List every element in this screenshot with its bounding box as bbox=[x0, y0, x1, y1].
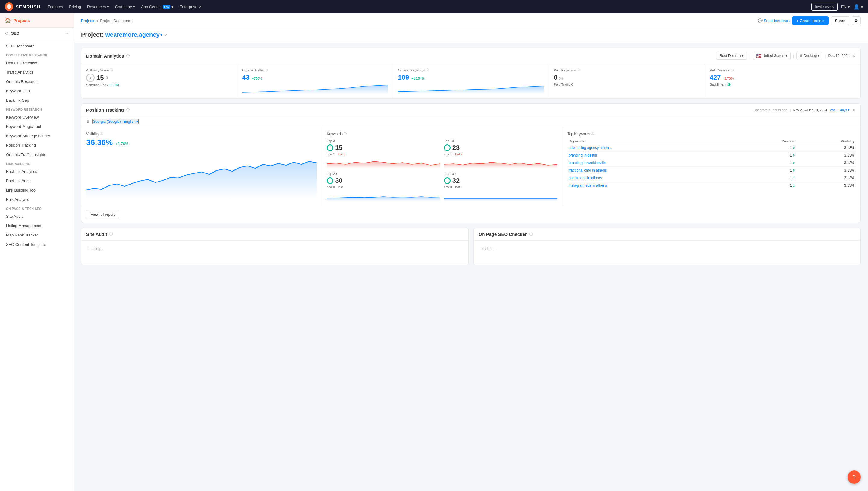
nav-features[interactable]: Features bbox=[48, 4, 63, 9]
nav-app-center[interactable]: App Center new ▾ bbox=[141, 4, 174, 9]
authority-score-info-icon[interactable]: ⓘ bbox=[110, 68, 113, 73]
sidebar-item-seo-content-template[interactable]: SEO Content Template bbox=[0, 240, 73, 249]
keywords-info-icon[interactable]: ⓘ bbox=[344, 132, 347, 136]
project-dropdown-button[interactable]: ▾ bbox=[160, 33, 162, 37]
organic-traffic-info-icon[interactable]: ⓘ bbox=[265, 68, 268, 73]
sidebar-item-keyword-gap[interactable]: Keyword Gap bbox=[0, 86, 73, 96]
settings-button[interactable]: ⚙ bbox=[852, 16, 861, 25]
keyword-link-2[interactable]: branding in destin bbox=[568, 153, 597, 157]
table-row: instagram ads in athens 1 1 3.13% bbox=[567, 182, 856, 190]
sidebar-item-keyword-magic-tool[interactable]: Keyword Magic Tool bbox=[0, 122, 73, 131]
breadcrumb-separator: › bbox=[97, 19, 98, 23]
svg-marker-5 bbox=[86, 161, 317, 199]
top20-mini-chart bbox=[327, 191, 440, 201]
ref-domains-info-icon[interactable]: ⓘ bbox=[731, 68, 734, 73]
project-name-link[interactable]: wearemore.agency bbox=[105, 31, 159, 38]
sidebar-item-bulk-analysis[interactable]: Bulk Analysis bbox=[0, 195, 73, 204]
svg-marker-3 bbox=[242, 85, 388, 94]
top-keywords-label: Top Keywords bbox=[567, 132, 590, 136]
site-audit-info-icon[interactable]: ⓘ bbox=[110, 232, 113, 236]
root-domain-filter[interactable]: Root Domain ▾ bbox=[716, 52, 747, 60]
last-days-chevron-icon: ▾ bbox=[848, 108, 849, 112]
sidebar-item-keyword-overview[interactable]: Keyword Overview bbox=[0, 113, 73, 122]
top10-value: 23 bbox=[453, 144, 460, 152]
sidebar-item-listing-management[interactable]: Listing Management bbox=[0, 221, 73, 230]
breadcrumb-projects-link[interactable]: Projects bbox=[81, 19, 95, 23]
sidebar-projects[interactable]: 🏠 Projects bbox=[0, 13, 73, 28]
organic-keywords-chart bbox=[398, 83, 544, 94]
nav-enterprise[interactable]: Enterprise ↗ bbox=[180, 4, 202, 9]
top10-mini-chart bbox=[444, 158, 558, 168]
nav-company[interactable]: Company ▾ bbox=[115, 4, 135, 9]
top10-circle-icon bbox=[444, 144, 451, 151]
sidebar-item-backlink-analytics[interactable]: Backlink Analytics bbox=[0, 167, 73, 176]
position-tracking-info-icon[interactable]: ⓘ bbox=[126, 108, 130, 112]
device-filter[interactable]: 🖥 Desktop ▾ bbox=[796, 52, 822, 59]
sidebar-item-seo-dashboard[interactable]: SEO Dashboard bbox=[0, 41, 73, 51]
visibility-value: 36.36% bbox=[86, 138, 113, 147]
last-days-dropdown[interactable]: last 30 days ▾ bbox=[830, 108, 849, 112]
sidebar-seo-header[interactable]: ⚙ SEO ▾ bbox=[0, 28, 73, 39]
location-language-dropdown[interactable]: Georgia (Google) · English ▾ bbox=[92, 119, 138, 124]
projects-label: Projects bbox=[13, 18, 30, 23]
send-feedback-button[interactable]: 💬 Send feedback bbox=[758, 19, 790, 23]
create-project-button[interactable]: + Create project bbox=[792, 16, 829, 25]
keyword-link-4[interactable]: fractional cmo in athens bbox=[568, 168, 607, 173]
site-audit-header: Site Audit ⓘ bbox=[82, 228, 468, 241]
country-filter[interactable]: 🇺🇸 United States ▾ bbox=[753, 52, 790, 60]
share-button[interactable]: Share bbox=[831, 16, 849, 25]
language-selector[interactable]: EN ▾ bbox=[841, 4, 850, 9]
visibility-2: 3.13% bbox=[796, 152, 856, 159]
ref-domains-label: Ref. Domains bbox=[710, 68, 730, 72]
keyword-link-6[interactable]: instagram ads in athens bbox=[568, 183, 607, 187]
sidebar-item-map-rank-tracker[interactable]: Map Rank Tracker bbox=[0, 230, 73, 240]
domain-analytics-close-button[interactable]: ✕ bbox=[852, 53, 856, 58]
sidebar-item-keyword-strategy-builder[interactable]: Keyword Strategy Builder bbox=[0, 131, 73, 141]
main-content: Projects › Project Dashboard 💬 Send feed… bbox=[74, 13, 868, 491]
competitive-research-section: COMPETITIVE RESEARCH bbox=[0, 51, 73, 58]
backlinks-value: ↑ 2K bbox=[724, 83, 731, 86]
sidebar-item-backlink-audit[interactable]: Backlink Audit bbox=[0, 176, 73, 185]
domain-analytics-info-icon[interactable]: ⓘ bbox=[126, 54, 130, 58]
domain-analytics-header: Domain Analytics ⓘ Root Domain ▾ | 🇺🇸 Un… bbox=[82, 48, 861, 64]
kw-header-position: Position bbox=[738, 139, 796, 144]
sidebar-item-link-building-tool[interactable]: Link Building Tool bbox=[0, 185, 73, 195]
top100-block: Top 100 32 new 0 lost 0 bbox=[444, 172, 558, 201]
project-external-link-icon[interactable]: ↗ bbox=[164, 33, 167, 37]
sidebar-item-organic-traffic-insights[interactable]: Organic Traffic Insights bbox=[0, 150, 73, 159]
top10-block: Top 10 23 new 1 lost 2 bbox=[444, 139, 558, 168]
nav-links: Features Pricing Resources ▾ Company ▾ A… bbox=[48, 4, 804, 9]
svg-marker-4 bbox=[398, 86, 544, 94]
logo[interactable]: SEMRUSH bbox=[5, 2, 40, 11]
sidebar-menu: SEO Dashboard COMPETITIVE RESEARCH Domai… bbox=[0, 39, 73, 252]
sidebar-item-backlink-gap[interactable]: Backlink Gap bbox=[0, 96, 73, 105]
top-keywords-table: Keywords Position Visibility advertising… bbox=[567, 139, 856, 189]
paid-keywords-info-icon[interactable]: ⓘ bbox=[577, 68, 580, 73]
user-menu[interactable]: 👤 ▾ bbox=[854, 4, 863, 10]
organic-keywords-info-icon[interactable]: ⓘ bbox=[426, 68, 429, 73]
top3-mini-chart bbox=[327, 158, 440, 168]
top-keywords-info-icon[interactable]: ⓘ bbox=[591, 132, 594, 136]
invite-users-button[interactable]: Invite users bbox=[811, 3, 838, 10]
keyword-link-3[interactable]: branding in watkinsville bbox=[568, 161, 606, 165]
sidebar-item-traffic-analytics[interactable]: Traffic Analytics bbox=[0, 67, 73, 77]
keyword-link-1[interactable]: advertising agency athen... bbox=[568, 146, 612, 150]
sidebar-item-domain-overview[interactable]: Domain Overview bbox=[0, 58, 73, 67]
keyword-link-5[interactable]: google ads in athens bbox=[568, 176, 602, 180]
visibility-info-icon[interactable]: ⓘ bbox=[100, 132, 103, 136]
chat-help-button[interactable]: ? bbox=[847, 470, 861, 484]
sidebar-item-organic-research[interactable]: Organic Research bbox=[0, 77, 73, 86]
organic-keywords-change: +13.54% bbox=[411, 77, 425, 80]
position-tracking-close-button[interactable]: ✕ bbox=[852, 108, 856, 113]
nav-pricing[interactable]: Pricing bbox=[69, 4, 81, 9]
sidebar-item-position-tracking[interactable]: Position Tracking bbox=[0, 141, 73, 150]
sidebar-item-site-audit[interactable]: Site Audit bbox=[0, 212, 73, 221]
filter-separator: | bbox=[749, 54, 750, 58]
root-domain-label: Root Domain bbox=[719, 54, 741, 58]
view-full-report-button[interactable]: View full report bbox=[86, 210, 119, 219]
on-page-seo-checker-info-icon[interactable]: ⓘ bbox=[529, 232, 532, 236]
keywords-label: Keywords bbox=[327, 132, 343, 136]
visibility-section: Visibility ⓘ 36.36% +3.76% bbox=[82, 127, 322, 206]
seo-icon: ⚙ bbox=[5, 31, 9, 36]
nav-resources[interactable]: Resources ▾ bbox=[87, 4, 109, 9]
